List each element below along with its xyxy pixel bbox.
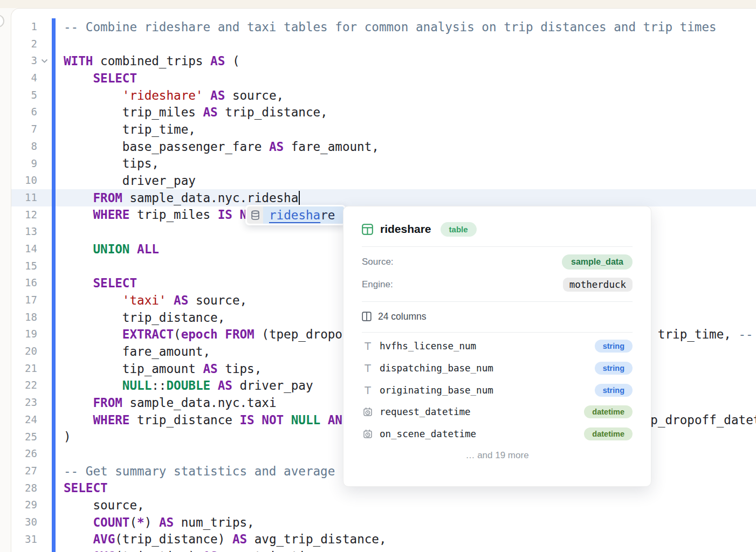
divider [362,332,633,333]
autocomplete-dropdown[interactable]: rideshare [245,205,346,225]
text-type-icon: T [362,384,374,396]
line-number: 2 [11,36,37,53]
column-type-badge: datetime [584,405,633,418]
line-number: 20 [11,343,37,360]
line-number: 7 [11,121,37,138]
source-label: Source: [362,257,394,267]
engine-value-badge: motherduck [563,278,633,292]
calendar-clock-icon [362,429,374,439]
code-text: AVG(trip_distance) AS avg_trip_distance, [64,532,387,546]
line-number: 6 [11,104,37,121]
line-number: 16 [11,274,37,292]
table-info-popup: rideshare table Source: sample_data Engi… [343,206,651,487]
line-number: 4 [11,70,37,87]
code-line[interactable]: 9 tips, [11,155,756,172]
line-number: 10 [11,172,37,189]
code-text: trip_time, [64,122,196,136]
line-number: 21 [11,360,37,377]
code-text: WITH combined_trips AS ( [64,54,240,68]
popup-table-name: rideshare [380,223,431,236]
code-line[interactable]: 29 source, [11,496,756,514]
text-type-icon: T [362,340,374,352]
code-text: driver_pay [64,174,196,188]
autocomplete-item-rideshare[interactable]: rideshare [263,206,344,224]
code-line[interactable]: 32 AVG(trip_time) AS avg_trip_time, [11,548,756,552]
active-code-line[interactable]: 11 FROM sample_data.nyc.ridesha [11,189,756,206]
column-name: hvfhs_license_num [380,341,476,351]
divider [362,246,633,247]
line-number: 9 [11,155,37,172]
divider [362,301,633,302]
text-type-icon: T [362,362,374,374]
code-text: tips, [64,156,159,170]
code-line[interactable]: 31 AVG(trip_distance) AS avg_trip_distan… [11,531,756,548]
code-text: tip_amount AS tips, [64,362,262,376]
line-number: 17 [11,292,37,309]
code-text: AVG(trip_time) AS avg_trip_time, [64,549,328,552]
line-number: 31 [11,531,37,548]
code-text: COUNT(*) AS num_trips, [64,515,255,529]
line-number: 19 [11,326,37,343]
code-line[interactable]: 10 driver_pay [11,172,756,189]
column-type-badge: string [595,362,633,375]
code-text: UNION ALL [64,242,159,256]
text-cursor [299,191,300,205]
autocomplete-completion-text: re [320,208,335,222]
line-number: 11 [11,189,37,206]
line-number: 12 [11,206,37,224]
code-text: 'rideshare' AS source, [64,88,284,102]
column-type-badge: string [595,384,633,397]
app-background-strip [0,0,756,8]
panel-left-margin [0,8,11,552]
line-number: 8 [11,138,37,155]
line-number: 15 [11,258,37,275]
columns-icon [362,312,372,321]
table-kind-badge: table [441,222,477,237]
column-name: on_scene_datetime [380,429,476,439]
code-text: source, [64,498,145,512]
line-number: 30 [11,514,37,531]
column-row: Thvfhs_license_numstring [362,335,633,357]
column-list: Thvfhs_license_numstringTdispatching_bas… [362,335,633,445]
table-icon [362,224,373,235]
code-text: FROM sample_data.nyc.taxi [64,396,277,410]
line-number: 18 [11,309,37,326]
column-row: Tdispatching_base_numstring [362,357,633,380]
code-text: SELECT [64,276,137,290]
code-line[interactable]: 6 trip_miles AS trip_distance, [11,104,756,121]
column-name: dispatching_base_num [380,363,493,374]
column-row: Toriginating_base_numstring [362,379,633,401]
source-value-badge: sample_data [562,254,633,270]
line-number: 24 [11,411,37,429]
database-icon [247,206,263,224]
code-line[interactable]: 3WITH combined_trips AS ( [11,52,756,70]
changed-lines-gutter-bar [52,18,56,552]
code-text: 'taxi' AS source, [64,293,247,307]
code-line[interactable]: 7 trip_time, [11,121,756,138]
code-text: SELECT [64,71,137,85]
column-row: on_scene_datetimedatetime [362,423,633,445]
line-number: 28 [11,480,37,497]
fold-chevron-icon[interactable] [37,59,52,63]
line-number: 29 [11,496,37,514]
column-name: request_datetime [380,406,471,417]
code-line[interactable]: 2 [11,36,756,53]
code-line[interactable]: 8 base_passenger_fare AS fare_amount, [11,138,756,155]
code-line[interactable]: 5 'rideshare' AS source, [11,87,756,104]
engine-label: Engine: [362,279,393,290]
code-text: base_passenger_fare AS fare_amount, [64,140,379,154]
code-line[interactable]: 4 SELECT [11,70,756,87]
line-number: 14 [11,240,37,258]
code-text: ) [64,430,71,444]
line-number: 26 [11,445,37,463]
column-type-badge: string [595,340,633,353]
calendar-clock-icon [362,407,374,417]
column-name: originating_base_num [380,385,493,396]
code-line[interactable]: 1-- Combine rideshare and taxi tables fo… [11,18,756,36]
more-columns-text: … and 19 more [362,450,633,461]
code-text: trip_distance, [64,310,225,325]
line-number: 32 [11,548,37,552]
code-text: SELECT [64,481,108,495]
code-line[interactable]: 30 COUNT(*) AS num_trips, [11,514,756,531]
column-type-badge: datetime [584,427,633,440]
